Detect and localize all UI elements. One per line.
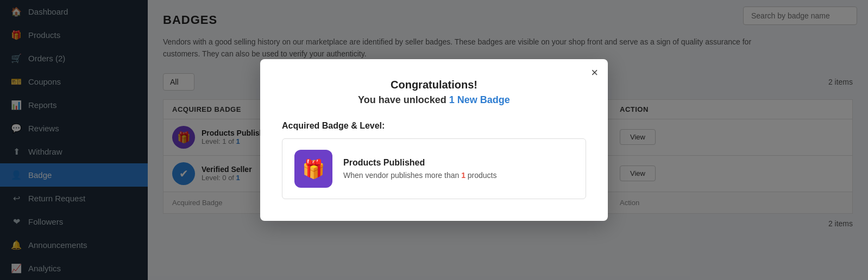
modal-badge-description: When vendor publishes more than 1 produc…	[343, 171, 497, 180]
modal-subtitle-prefix: You have unlocked	[358, 94, 449, 105]
modal-title: Congratulations!	[282, 79, 586, 91]
modal-badge-card: 🎁 Products Published When vendor publish…	[282, 138, 586, 199]
modal-badge-info: Products Published When vendor publishes…	[343, 158, 497, 180]
modal-badge-desc-prefix: When vendor publishes more than	[343, 171, 461, 180]
modal-badge-icon: 🎁	[294, 150, 332, 188]
modal-close-button[interactable]: ×	[591, 67, 598, 79]
modal-badge-desc-suffix: products	[466, 171, 497, 180]
modal-subtitle: You have unlocked 1 New Badge	[282, 94, 586, 106]
modal-overlay[interactable]: × Congratulations! You have unlocked 1 N…	[0, 0, 868, 280]
modal-badge-name: Products Published	[343, 158, 497, 168]
modal-badge-desc-hl: 1	[461, 171, 466, 180]
modal-new-badge-highlight: 1 New Badge	[449, 94, 510, 105]
modal-badge-glyph: 🎁	[302, 158, 325, 180]
modal-section-label: Acquired Badge & Level:	[282, 121, 586, 131]
congratulations-modal: × Congratulations! You have unlocked 1 N…	[260, 59, 608, 221]
